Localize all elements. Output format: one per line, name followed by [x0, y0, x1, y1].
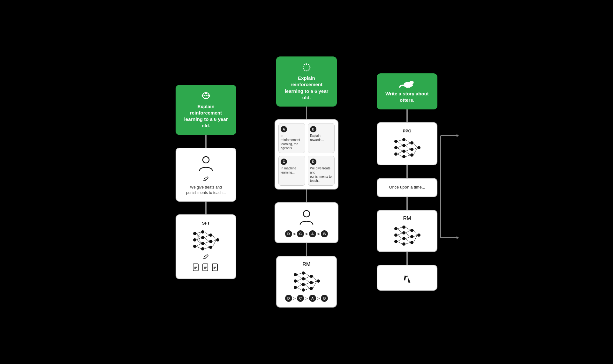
answer-text-a: In reinforcement learning, the agent is.…	[281, 134, 303, 150]
svg-line-69	[313, 281, 317, 288]
svg-point-43	[303, 211, 310, 217]
svg-line-66	[305, 288, 310, 290]
svg-point-85	[410, 153, 413, 157]
svg-line-13	[196, 232, 201, 234]
svg-point-77	[394, 146, 397, 149]
rm-gt-1: >	[293, 296, 296, 301]
svg-line-94	[405, 143, 410, 145]
svg-point-44	[294, 273, 297, 276]
answer-grid: A In reinforcement learning, the agent i…	[275, 119, 338, 189]
ppo-label: PPO	[403, 129, 411, 133]
column-rm: Explain reinforcement learning to a 6 ye…	[275, 56, 338, 308]
svg-point-110	[410, 235, 413, 238]
svg-line-27	[212, 235, 216, 240]
story-text-box: Once upon a time...	[377, 178, 437, 197]
rm-rank-a: A	[309, 295, 316, 302]
svg-line-113	[397, 227, 402, 229]
svg-point-107	[402, 237, 405, 240]
ppo-neural-net	[393, 137, 421, 159]
ppo-box: PPO	[377, 122, 437, 165]
svg-point-86	[417, 146, 420, 149]
svg-line-25	[204, 243, 209, 247]
svg-line-29	[212, 240, 216, 247]
svg-point-46	[294, 286, 297, 289]
rank-d-1: D	[285, 230, 292, 237]
svg-line-95	[405, 145, 410, 149]
svg-line-101	[413, 148, 417, 155]
svg-point-79	[402, 138, 405, 141]
prompt-text-3: Write a story about otters.	[384, 91, 430, 104]
rm-gt-3: >	[317, 296, 320, 301]
rank-a-1: A	[309, 230, 316, 237]
rm-box-1: RM	[276, 256, 337, 308]
connector-2b	[306, 189, 307, 202]
svg-point-106	[402, 231, 405, 234]
svg-line-121	[405, 233, 410, 237]
story-text: Once upon a time...	[389, 184, 425, 190]
answer-label-d: D	[310, 159, 316, 165]
svg-point-52	[310, 281, 313, 284]
connector-1b	[205, 202, 207, 214]
human-ranker-box: D > C > A > B	[275, 202, 338, 243]
svg-line-91	[397, 151, 402, 154]
gt-3: >	[317, 232, 320, 236]
rank-b-1: B	[321, 230, 328, 237]
connector-3a	[406, 109, 408, 122]
gt-2: >	[305, 232, 308, 236]
person-icon-1	[196, 154, 216, 173]
rm-label-2: RM	[403, 216, 411, 221]
svg-line-65	[305, 285, 310, 288]
svg-point-8	[201, 247, 204, 250]
svg-point-48	[302, 277, 305, 280]
svg-point-6	[201, 236, 204, 239]
svg-line-98	[405, 155, 410, 157]
svg-line-59	[297, 285, 302, 287]
svg-point-49	[302, 283, 305, 286]
prompt-text-2: Explain reinforcement learning to a 6 ye…	[283, 75, 330, 101]
svg-point-2	[193, 232, 196, 235]
svg-line-62	[305, 276, 310, 279]
svg-line-117	[397, 239, 402, 241]
svg-point-1	[203, 157, 209, 163]
svg-point-80	[402, 144, 405, 147]
answer-text-d: We give treats and punishments to teach.…	[310, 166, 332, 183]
rm-ranking-row: D > C > A > B	[285, 295, 328, 302]
svg-line-97	[405, 151, 410, 155]
svg-line-19	[196, 234, 201, 243]
svg-line-124	[405, 242, 410, 244]
connector-2a	[306, 107, 307, 119]
connector-2c	[306, 243, 307, 256]
rm-gt-2: >	[305, 296, 308, 301]
svg-line-127	[413, 235, 417, 242]
svg-line-56	[297, 275, 302, 279]
svg-marker-132	[457, 236, 459, 239]
svg-line-99	[413, 143, 417, 148]
column-sft: Explain reinforcement learning to a 6 ye…	[176, 85, 236, 279]
column-ppo: Write a story about otters. PPO	[377, 73, 437, 291]
rk-label: rk	[404, 271, 410, 284]
svg-point-105	[402, 226, 405, 229]
svg-line-17	[196, 243, 201, 246]
svg-line-63	[305, 279, 310, 283]
connector-3d	[406, 252, 408, 265]
svg-point-50	[302, 288, 305, 292]
svg-line-22	[204, 235, 209, 238]
svg-point-73	[413, 82, 413, 83]
svg-line-58	[297, 281, 302, 285]
svg-line-14	[196, 234, 201, 238]
answer-text-c: In machine learning...	[281, 166, 303, 175]
prompt-box-1: Explain reinforcement learning to a 6 ye…	[176, 85, 236, 135]
answer-text-b: Explain rewards...	[310, 134, 332, 142]
svg-line-60	[297, 287, 302, 290]
svg-line-115	[397, 233, 402, 235]
svg-point-12	[216, 238, 219, 241]
svg-point-10	[209, 240, 212, 243]
rank-c-1: C	[297, 230, 304, 237]
connector-3b	[406, 165, 408, 178]
svg-line-118	[397, 241, 402, 244]
sft-label: SFT	[202, 221, 210, 226]
svg-point-112	[417, 234, 420, 237]
svg-line-16	[196, 240, 201, 243]
pencil-icon-1	[203, 176, 209, 182]
svg-line-90	[397, 148, 402, 151]
